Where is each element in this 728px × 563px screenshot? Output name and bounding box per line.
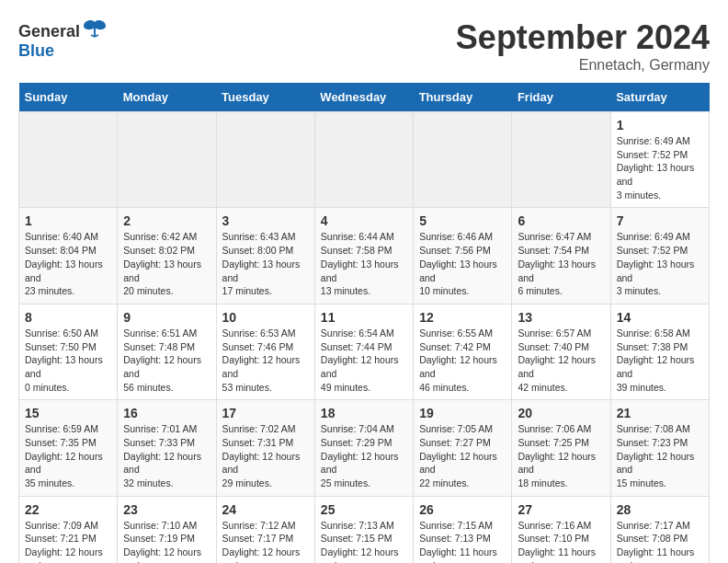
day-info: Sunrise: 7:15 AMSunset: 7:13 PMDaylight:… (419, 519, 506, 563)
calendar-cell: 5 Sunrise: 6:46 AMSunset: 7:56 PMDayligh… (414, 208, 512, 304)
day-info: Sunrise: 7:16 AMSunset: 7:10 PMDaylight:… (518, 519, 604, 563)
calendar-cell: 1 Sunrise: 6:49 AMSunset: 7:52 PMDayligh… (610, 112, 709, 208)
day-info: Sunrise: 6:44 AMSunset: 7:58 PMDaylight:… (321, 230, 407, 297)
calendar-cell: 8 Sunrise: 6:50 AMSunset: 7:50 PMDayligh… (19, 304, 118, 399)
day-number: 1 (25, 213, 111, 228)
calendar-cell (19, 112, 118, 208)
day-number: 19 (419, 406, 506, 420)
day-info: Sunrise: 6:49 AMSunset: 7:52 PMDaylight:… (617, 134, 703, 201)
day-info: Sunrise: 6:59 AMSunset: 7:35 PMDaylight:… (25, 422, 111, 489)
day-info: Sunrise: 6:55 AMSunset: 7:42 PMDaylight:… (419, 327, 506, 394)
calendar-cell: 3 Sunrise: 6:43 AMSunset: 8:00 PMDayligh… (216, 208, 314, 304)
calendar-header-row: SundayMondayTuesdayWednesdayThursdayFrid… (19, 83, 710, 112)
day-info: Sunrise: 7:09 AMSunset: 7:21 PMDaylight:… (25, 519, 111, 563)
day-number: 17 (222, 406, 309, 420)
day-info: Sunrise: 6:58 AMSunset: 7:38 PMDaylight:… (617, 327, 703, 394)
day-header-wednesday: Wednesday (314, 83, 413, 112)
day-info: Sunrise: 6:46 AMSunset: 7:56 PMDaylight:… (419, 230, 506, 297)
calendar-cell: 27 Sunrise: 7:16 AMSunset: 7:10 PMDaylig… (512, 496, 610, 563)
calendar-cell: 23 Sunrise: 7:10 AMSunset: 7:19 PMDaylig… (118, 496, 216, 563)
calendar-cell: 15 Sunrise: 6:59 AMSunset: 7:35 PMDaylig… (19, 400, 118, 496)
day-number: 28 (617, 502, 703, 517)
calendar-cell: 6 Sunrise: 6:47 AMSunset: 7:54 PMDayligh… (512, 208, 610, 304)
calendar-cell: 21 Sunrise: 7:08 AMSunset: 7:23 PMDaylig… (610, 400, 709, 496)
day-info: Sunrise: 6:40 AMSunset: 8:04 PMDaylight:… (25, 230, 111, 297)
day-number: 27 (518, 502, 604, 517)
calendar-week-4: 15 Sunrise: 6:59 AMSunset: 7:35 PMDaylig… (19, 400, 710, 496)
calendar-cell: 19 Sunrise: 7:05 AMSunset: 7:27 PMDaylig… (414, 400, 512, 496)
calendar-cell: 16 Sunrise: 7:01 AMSunset: 7:33 PMDaylig… (118, 400, 216, 496)
logo-text-general: General (18, 22, 80, 41)
day-number: 15 (25, 406, 111, 420)
calendar-cell: 4 Sunrise: 6:44 AMSunset: 7:58 PMDayligh… (314, 208, 413, 304)
day-number: 8 (25, 310, 111, 325)
calendar-cell: 7 Sunrise: 6:49 AMSunset: 7:52 PMDayligh… (610, 208, 709, 304)
day-info: Sunrise: 7:05 AMSunset: 7:27 PMDaylight:… (419, 422, 506, 489)
calendar-cell: 2 Sunrise: 6:42 AMSunset: 8:02 PMDayligh… (118, 208, 216, 304)
logo-bird-icon (82, 18, 108, 45)
day-info: Sunrise: 7:06 AMSunset: 7:25 PMDaylight:… (518, 422, 604, 489)
month-title: September 2024 (456, 18, 710, 57)
day-number: 12 (419, 310, 506, 325)
day-number: 24 (222, 502, 309, 517)
calendar-cell: 12 Sunrise: 6:55 AMSunset: 7:42 PMDaylig… (414, 304, 512, 399)
calendar-cell: 11 Sunrise: 6:54 AMSunset: 7:44 PMDaylig… (314, 304, 413, 399)
calendar-cell: 24 Sunrise: 7:12 AMSunset: 7:17 PMDaylig… (216, 496, 314, 563)
calendar-cell: 9 Sunrise: 6:51 AMSunset: 7:48 PMDayligh… (118, 304, 216, 399)
day-number: 13 (518, 310, 604, 325)
day-header-thursday: Thursday (414, 83, 512, 112)
day-info: Sunrise: 6:51 AMSunset: 7:48 PMDaylight:… (123, 327, 210, 394)
calendar-cell: 1 Sunrise: 6:40 AMSunset: 8:04 PMDayligh… (19, 208, 118, 304)
calendar-body: 1 Sunrise: 6:49 AMSunset: 7:52 PMDayligh… (19, 112, 710, 564)
day-header-monday: Monday (118, 83, 216, 112)
day-number: 25 (321, 502, 407, 517)
day-number: 22 (25, 502, 111, 517)
day-info: Sunrise: 7:02 AMSunset: 7:31 PMDaylight:… (222, 422, 309, 489)
calendar-week-1: 1 Sunrise: 6:49 AMSunset: 7:52 PMDayligh… (19, 112, 710, 208)
calendar-cell: 18 Sunrise: 7:04 AMSunset: 7:29 PMDaylig… (314, 400, 413, 496)
day-info: Sunrise: 7:17 AMSunset: 7:08 PMDaylight:… (617, 519, 703, 563)
calendar-cell: 22 Sunrise: 7:09 AMSunset: 7:21 PMDaylig… (19, 496, 118, 563)
day-number: 2 (123, 213, 210, 228)
day-info: Sunrise: 6:53 AMSunset: 7:46 PMDaylight:… (222, 327, 309, 394)
location-subtitle: Ennetach, Germany (456, 57, 710, 74)
calendar-cell: 26 Sunrise: 7:15 AMSunset: 7:13 PMDaylig… (414, 496, 512, 563)
logo-text-blue: Blue (18, 41, 54, 61)
day-info: Sunrise: 7:08 AMSunset: 7:23 PMDaylight:… (617, 422, 703, 489)
day-number: 9 (123, 310, 210, 325)
calendar-cell: 28 Sunrise: 7:17 AMSunset: 7:08 PMDaylig… (610, 496, 709, 563)
calendar-table: SundayMondayTuesdayWednesdayThursdayFrid… (18, 83, 710, 563)
day-info: Sunrise: 6:47 AMSunset: 7:54 PMDaylight:… (518, 230, 604, 297)
day-header-saturday: Saturday (610, 83, 709, 112)
day-info: Sunrise: 6:42 AMSunset: 8:02 PMDaylight:… (123, 230, 210, 297)
day-number: 16 (123, 406, 210, 420)
calendar-cell: 14 Sunrise: 6:58 AMSunset: 7:38 PMDaylig… (610, 304, 709, 399)
calendar-cell: 20 Sunrise: 7:06 AMSunset: 7:25 PMDaylig… (512, 400, 610, 496)
day-number: 11 (321, 310, 407, 325)
day-header-sunday: Sunday (19, 83, 118, 112)
logo: General Blue (18, 18, 108, 61)
day-number: 7 (617, 213, 703, 228)
day-header-friday: Friday (512, 83, 610, 112)
day-number: 14 (617, 310, 703, 325)
calendar-cell: 17 Sunrise: 7:02 AMSunset: 7:31 PMDaylig… (216, 400, 314, 496)
calendar-cell (216, 112, 314, 208)
day-number: 23 (123, 502, 210, 517)
day-info: Sunrise: 7:12 AMSunset: 7:17 PMDaylight:… (222, 519, 309, 563)
day-info: Sunrise: 7:13 AMSunset: 7:15 PMDaylight:… (321, 519, 407, 563)
calendar-cell (314, 112, 413, 208)
day-number: 18 (321, 406, 407, 420)
calendar-week-5: 22 Sunrise: 7:09 AMSunset: 7:21 PMDaylig… (19, 496, 710, 563)
day-number: 6 (518, 213, 604, 228)
day-info: Sunrise: 6:57 AMSunset: 7:40 PMDaylight:… (518, 327, 604, 394)
day-number: 5 (419, 213, 506, 228)
day-number: 3 (222, 213, 309, 228)
day-info: Sunrise: 7:01 AMSunset: 7:33 PMDaylight:… (123, 422, 210, 489)
day-info: Sunrise: 7:04 AMSunset: 7:29 PMDaylight:… (321, 422, 407, 489)
day-info: Sunrise: 6:50 AMSunset: 7:50 PMDaylight:… (25, 327, 111, 394)
day-number: 10 (222, 310, 309, 325)
day-header-tuesday: Tuesday (216, 83, 314, 112)
day-info: Sunrise: 6:43 AMSunset: 8:00 PMDaylight:… (222, 230, 309, 297)
calendar-week-2: 1 Sunrise: 6:40 AMSunset: 8:04 PMDayligh… (19, 208, 710, 304)
day-number: 20 (518, 406, 604, 420)
